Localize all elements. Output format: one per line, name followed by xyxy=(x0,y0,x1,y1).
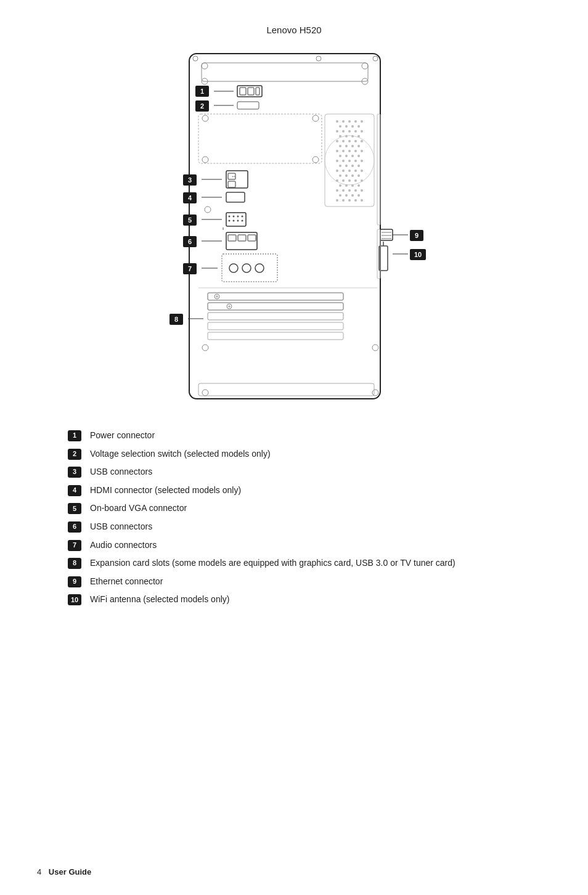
svg-point-99 xyxy=(336,199,338,202)
svg-point-35 xyxy=(357,125,360,128)
legend-badge: 1 xyxy=(68,430,81,441)
svg-point-21 xyxy=(202,115,208,121)
legend-list: 1Power connector2Voltage selection switc… xyxy=(68,430,551,606)
svg-point-85 xyxy=(361,179,363,182)
svg-point-83 xyxy=(348,179,351,182)
svg-point-124 xyxy=(242,220,243,222)
svg-point-82 xyxy=(342,179,345,182)
svg-point-33 xyxy=(345,125,348,128)
svg-point-120 xyxy=(242,216,243,218)
svg-point-103 xyxy=(361,199,363,202)
svg-text:1: 1 xyxy=(200,88,204,95)
svg-text:9: 9 xyxy=(415,232,419,239)
svg-point-54 xyxy=(336,150,338,152)
svg-text:4: 4 xyxy=(188,194,192,202)
svg-point-62 xyxy=(357,155,360,157)
page-title: Lenovo H520 xyxy=(37,25,551,35)
svg-rect-11 xyxy=(248,88,254,95)
svg-point-158 xyxy=(202,345,208,351)
svg-point-42 xyxy=(345,135,348,137)
svg-rect-153 xyxy=(208,322,343,330)
svg-point-161 xyxy=(372,390,378,396)
svg-point-81 xyxy=(336,179,338,182)
svg-point-28 xyxy=(342,120,345,123)
legend-item: 1Power connector xyxy=(68,430,551,442)
svg-rect-1 xyxy=(202,63,368,81)
legend-badge: 7 xyxy=(68,540,81,551)
svg-point-29 xyxy=(348,120,351,123)
svg-point-71 xyxy=(357,165,360,167)
svg-point-59 xyxy=(339,155,341,157)
legend-item: 6USB connectors xyxy=(68,521,551,533)
svg-point-122 xyxy=(233,220,235,222)
svg-point-37 xyxy=(342,130,345,133)
legend-text: Power connector xyxy=(90,430,155,442)
svg-point-93 xyxy=(354,189,357,192)
svg-point-23 xyxy=(202,157,208,163)
svg-point-123 xyxy=(237,220,239,222)
svg-rect-20 xyxy=(198,114,322,163)
svg-point-55 xyxy=(342,150,345,152)
svg-point-56 xyxy=(348,150,351,152)
legend-item: 3USB connectors xyxy=(68,466,551,478)
legend-text: WiFi antenna (selected models only) xyxy=(90,594,229,606)
svg-point-88 xyxy=(351,184,354,187)
svg-point-57 xyxy=(354,150,357,152)
legend-text: Expansion card slots (some models are eq… xyxy=(90,557,455,570)
svg-point-160 xyxy=(202,390,208,396)
legend-badge: 8 xyxy=(68,558,81,569)
svg-point-6 xyxy=(193,56,198,61)
svg-point-91 xyxy=(342,189,345,192)
svg-point-117 xyxy=(229,216,231,218)
page-container: Lenovo H520 1 xyxy=(0,0,588,661)
page-number: 4 xyxy=(37,867,41,877)
svg-point-138 xyxy=(242,264,251,272)
svg-point-118 xyxy=(233,216,235,218)
svg-rect-162 xyxy=(198,383,374,396)
legend-item: 10WiFi antenna (selected models only) xyxy=(68,594,551,606)
computer-diagram: 1 2 xyxy=(134,47,454,411)
svg-point-44 xyxy=(357,135,360,137)
svg-point-51 xyxy=(345,145,348,147)
legend-badge: 6 xyxy=(68,521,81,533)
svg-point-39 xyxy=(354,130,357,133)
svg-point-30 xyxy=(354,120,357,123)
legend-badge: 9 xyxy=(68,576,81,587)
svg-rect-152 xyxy=(208,313,343,320)
svg-point-64 xyxy=(342,160,345,162)
svg-point-65 xyxy=(348,160,351,162)
svg-text:5: 5 xyxy=(188,216,192,224)
svg-point-78 xyxy=(345,174,348,177)
svg-text:8: 8 xyxy=(174,316,178,323)
svg-point-87 xyxy=(345,184,348,187)
svg-point-72 xyxy=(336,170,338,172)
svg-point-74 xyxy=(348,170,351,172)
svg-point-100 xyxy=(342,199,345,202)
svg-point-121 xyxy=(229,220,231,222)
svg-point-8 xyxy=(373,56,378,61)
diagram-area: 1 2 xyxy=(37,47,551,411)
legend-badge: 2 xyxy=(68,449,81,460)
legend-item: 5On-board VGA connector xyxy=(68,502,551,515)
svg-point-75 xyxy=(354,170,357,172)
svg-point-27 xyxy=(336,120,338,123)
svg-text:10: 10 xyxy=(414,251,422,258)
svg-rect-131 xyxy=(248,235,256,241)
svg-point-60 xyxy=(345,155,348,157)
page-footer: 4 User Guide xyxy=(37,867,91,877)
svg-point-115 xyxy=(205,206,211,213)
svg-point-31 xyxy=(361,120,363,123)
footer-label: User Guide xyxy=(49,867,91,877)
legend-badge: 10 xyxy=(68,594,81,605)
svg-point-79 xyxy=(351,174,354,177)
svg-point-46 xyxy=(342,140,345,142)
legend-text: Audio connectors xyxy=(90,539,157,552)
svg-point-63 xyxy=(336,160,338,162)
svg-point-98 xyxy=(357,194,360,197)
svg-text:↔: ↔ xyxy=(231,173,237,179)
svg-point-34 xyxy=(351,125,354,128)
svg-point-84 xyxy=(354,179,357,182)
svg-point-49 xyxy=(361,140,363,142)
svg-text:6: 6 xyxy=(188,238,192,245)
svg-point-47 xyxy=(348,140,351,142)
